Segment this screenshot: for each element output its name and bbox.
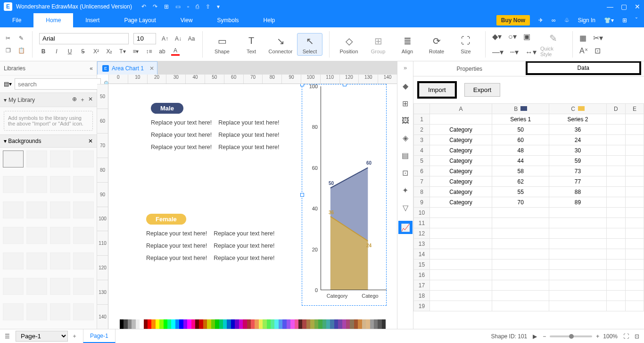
background-thumb[interactable] xyxy=(3,151,24,167)
menu-home[interactable]: Home xyxy=(33,13,73,27)
background-thumb[interactable] xyxy=(50,176,71,193)
backgrounds-section[interactable]: Backgrounds xyxy=(8,138,41,144)
menu-insert[interactable]: Insert xyxy=(73,13,112,27)
quickstyle-button[interactable]: ✎Quick Style xyxy=(540,32,566,57)
library-search-input[interactable] xyxy=(15,78,101,90)
fill-tool-icon[interactable]: ◆ xyxy=(403,82,408,91)
undo-icon[interactable]: ↶ xyxy=(141,3,146,10)
menu-pagelayout[interactable]: Page Layout xyxy=(112,13,168,27)
text-align-icon[interactable]: T▾ xyxy=(118,47,127,56)
import-lib-icon[interactable]: ⊕ xyxy=(72,96,77,104)
layers-tool-icon[interactable]: ◈ xyxy=(403,134,408,142)
comment-tool-icon[interactable]: ▽ xyxy=(403,203,408,212)
notifications-icon[interactable]: ♧ xyxy=(564,17,570,24)
font-name-input[interactable] xyxy=(39,33,129,44)
presentation-icon[interactable]: ▶ xyxy=(533,333,537,340)
data-table[interactable]: ABCDE1Series 1Series 22Category50363Cate… xyxy=(413,103,644,329)
background-thumb[interactable] xyxy=(73,252,94,269)
expand-panel-icon[interactable]: » xyxy=(404,64,407,71)
print-icon[interactable]: ⎙ xyxy=(196,3,199,10)
close-lib-icon[interactable]: ✕ xyxy=(88,96,93,104)
bullet-list-icon[interactable]: ≡▾ xyxy=(132,47,140,56)
cut-icon[interactable]: ✂ xyxy=(4,34,12,42)
apps-icon[interactable]: ⊞ xyxy=(622,17,627,24)
menu-symbols[interactable]: Symbols xyxy=(205,13,251,27)
outline-view-icon[interactable]: ☰ xyxy=(5,333,10,340)
background-thumb[interactable] xyxy=(73,227,94,244)
fullscreen-icon[interactable]: ⊡ xyxy=(635,333,639,340)
close-tab-icon[interactable]: ✕ xyxy=(149,65,154,72)
page-tab[interactable]: Page-1 xyxy=(83,329,116,343)
page-tool-icon[interactable]: ▤ xyxy=(402,151,409,160)
export-icon[interactable]: ⇪ xyxy=(206,3,210,10)
signin-link[interactable]: Sign In xyxy=(578,17,595,24)
dimension-tool-icon[interactable]: ⊡ xyxy=(402,168,408,177)
menu-help[interactable]: Help xyxy=(251,13,288,27)
close-backgrounds-icon[interactable]: ✕ xyxy=(88,138,93,144)
clear-format-icon[interactable]: Aˣ xyxy=(579,46,588,55)
size-button[interactable]: ⛶Size xyxy=(453,34,479,54)
background-thumb[interactable] xyxy=(73,151,94,167)
background-thumb[interactable] xyxy=(3,201,24,218)
share-icon[interactable]: ∞ xyxy=(552,17,556,24)
change-case-icon[interactable]: Aa xyxy=(187,34,196,43)
menu-view[interactable]: View xyxy=(168,13,205,27)
collapse-panel-icon[interactable]: « xyxy=(90,65,93,72)
background-thumb[interactable] xyxy=(73,176,94,193)
background-thumb[interactable] xyxy=(73,303,94,320)
background-thumb[interactable] xyxy=(73,278,94,295)
import-button[interactable]: Import xyxy=(419,83,455,97)
menu-file[interactable]: File xyxy=(0,13,33,27)
background-thumb[interactable] xyxy=(50,252,71,269)
send-icon[interactable]: ✈ xyxy=(538,17,543,24)
text-button[interactable]: TText xyxy=(239,34,264,54)
rotate-button[interactable]: ⟳Rotate xyxy=(424,34,449,54)
library-menu-icon[interactable]: ▤▾ xyxy=(4,81,12,87)
line-spacing-icon[interactable]: ↕≡ xyxy=(145,47,153,56)
shadow-icon[interactable]: ▣ xyxy=(523,32,530,41)
linestyle-icon[interactable]: —▾ xyxy=(492,48,504,57)
background-thumb[interactable] xyxy=(3,303,24,320)
background-thumb[interactable] xyxy=(73,201,94,218)
italic-icon[interactable]: I xyxy=(52,47,61,56)
background-thumb[interactable] xyxy=(3,227,24,244)
data-tab[interactable]: Data xyxy=(526,61,642,75)
format-painter-icon[interactable]: ✎ xyxy=(17,34,25,42)
background-thumb[interactable] xyxy=(3,176,24,193)
mylibrary-section[interactable]: My Library xyxy=(8,97,35,103)
zoom-out-icon[interactable]: − xyxy=(543,333,546,340)
crop-icon[interactable]: ✂▾ xyxy=(593,33,603,42)
fit-page-icon[interactable]: ⛶ xyxy=(623,333,629,340)
background-thumb[interactable] xyxy=(50,303,71,320)
background-thumb[interactable] xyxy=(26,151,47,167)
minimize-icon[interactable]: — xyxy=(607,3,613,10)
spelling-icon[interactable]: ⊡ xyxy=(594,46,601,55)
subscript-icon[interactable]: X₂ xyxy=(105,47,114,56)
arrowstyle-icon[interactable]: ↔▾ xyxy=(525,48,537,57)
properties-tab[interactable]: Properties xyxy=(413,61,526,76)
page-selector[interactable]: Page-1 xyxy=(16,331,68,342)
color-palette-bar[interactable] xyxy=(108,319,397,329)
decrease-font-icon[interactable]: A↓ xyxy=(174,34,182,43)
zoom-in-icon[interactable]: + xyxy=(596,333,599,340)
grid-tool-icon[interactable]: ⊞ xyxy=(402,99,408,108)
document-tab[interactable]: E Area Chart 1 ✕ xyxy=(97,61,157,75)
align-button[interactable]: ≣Align xyxy=(395,34,420,54)
export-button[interactable]: Export xyxy=(464,83,501,97)
fill-icon[interactable]: ◆▾ xyxy=(492,32,502,41)
background-thumb[interactable] xyxy=(50,278,71,295)
strikethrough-icon[interactable]: S̶ xyxy=(79,47,87,56)
group-button[interactable]: ⊞Group xyxy=(365,34,391,54)
position-button[interactable]: ◇Position xyxy=(336,34,362,54)
zoom-slider[interactable] xyxy=(550,335,592,337)
background-thumb[interactable] xyxy=(50,151,71,167)
redo-icon[interactable]: ↷ xyxy=(153,3,157,10)
background-thumb[interactable] xyxy=(50,227,71,244)
highlight-icon[interactable]: ab xyxy=(158,47,166,56)
maximize-icon[interactable]: ▢ xyxy=(621,3,627,10)
background-thumb[interactable] xyxy=(3,252,24,269)
font-size-input[interactable] xyxy=(133,33,156,44)
bold-icon[interactable]: B xyxy=(39,47,48,56)
underline-icon[interactable]: U xyxy=(66,47,74,56)
close-icon[interactable]: ✕ xyxy=(635,3,640,10)
